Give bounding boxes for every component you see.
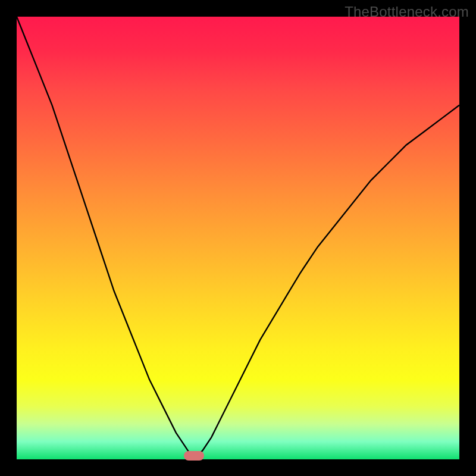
curve-left-branch [17, 17, 194, 457]
curve-layer [17, 17, 459, 459]
plot-area [17, 17, 459, 459]
curve-right-branch [198, 105, 459, 455]
min-marker [184, 451, 204, 461]
chart-root: TheBottleneck.com [0, 0, 476, 476]
watermark-text: TheBottleneck.com [345, 4, 469, 20]
